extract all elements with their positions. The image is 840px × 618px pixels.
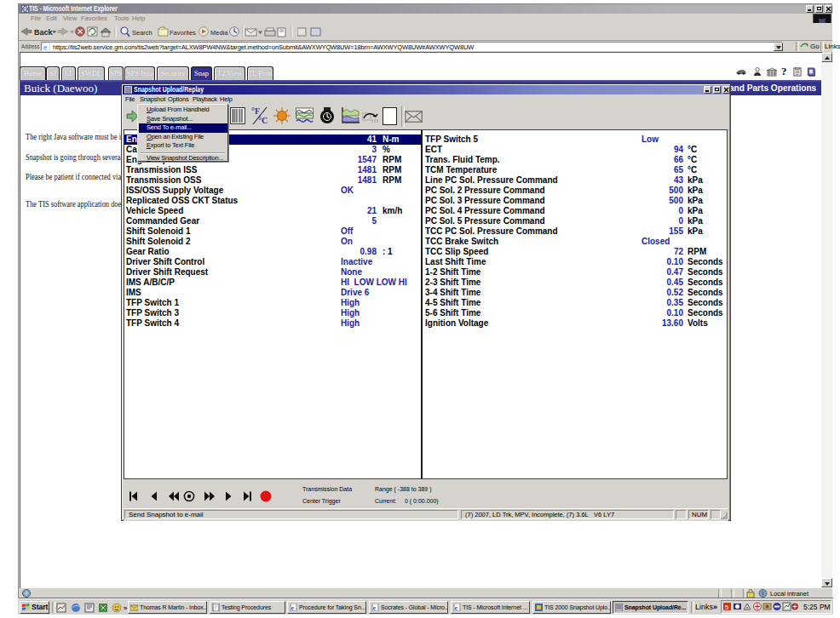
- svg-text:5: 5: [725, 604, 729, 611]
- svg-text:e: e: [44, 43, 48, 51]
- svg-text:Back: Back: [34, 28, 54, 37]
- svg-text:e: e: [291, 604, 295, 612]
- svg-text:Media: Media: [210, 29, 228, 37]
- svg-text:Favorites: Favorites: [170, 29, 196, 37]
- svg-text:Search: Search: [132, 29, 152, 37]
- svg-text:e: e: [455, 604, 458, 612]
- svg-text:°F: °F: [251, 106, 260, 116]
- svg-text:e: e: [373, 604, 377, 612]
- svg-text:°C: °C: [258, 116, 268, 125]
